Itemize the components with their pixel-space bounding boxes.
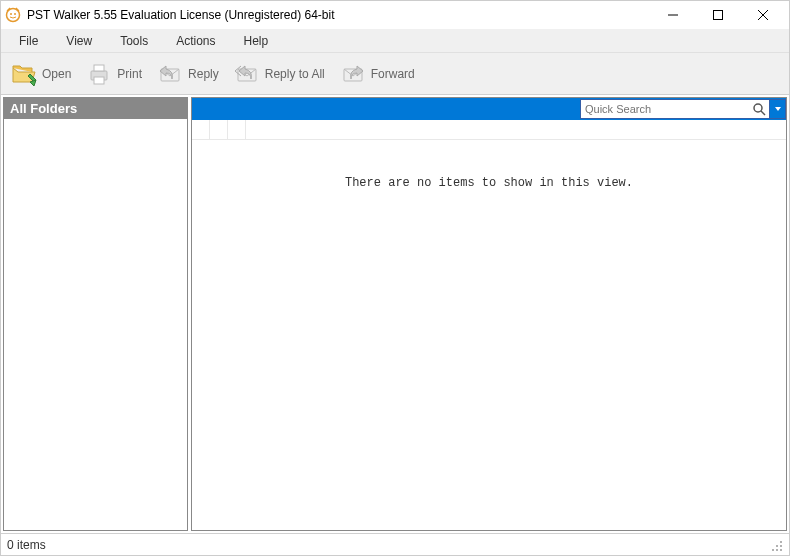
print-button[interactable]: Print xyxy=(82,56,151,92)
statusbar: 0 items xyxy=(1,533,789,555)
content-area: All Folders There are no item xyxy=(1,95,789,533)
app-icon xyxy=(5,7,21,23)
printer-icon xyxy=(85,60,113,88)
list-header-bar xyxy=(192,98,786,120)
svg-point-17 xyxy=(780,545,782,547)
open-button[interactable]: Open xyxy=(7,56,80,92)
status-text: 0 items xyxy=(7,538,46,552)
reply-label: Reply xyxy=(188,67,219,81)
reply-all-button[interactable]: Reply to All xyxy=(230,56,334,92)
reply-all-label: Reply to All xyxy=(265,67,325,81)
forward-icon xyxy=(339,60,367,88)
resize-grip-icon[interactable] xyxy=(769,538,783,552)
titlebar: PST Walker 5.55 Evaluation License (Unre… xyxy=(1,1,789,29)
column-headers[interactable] xyxy=(192,120,786,140)
app-window: PST Walker 5.55 Evaluation License (Unre… xyxy=(0,0,790,556)
folders-header: All Folders xyxy=(4,98,187,119)
forward-button[interactable]: Forward xyxy=(336,56,424,92)
column-divider[interactable] xyxy=(210,120,228,139)
window-controls xyxy=(650,1,785,29)
window-title: PST Walker 5.55 Evaluation License (Unre… xyxy=(27,8,650,22)
search-dropdown-button[interactable] xyxy=(770,99,786,119)
minimize-button[interactable] xyxy=(650,1,695,29)
svg-point-2 xyxy=(14,13,16,15)
empty-message: There are no items to show in this view. xyxy=(192,176,786,190)
folders-panel: All Folders xyxy=(3,97,188,531)
column-divider[interactable] xyxy=(192,120,210,139)
print-label: Print xyxy=(117,67,142,81)
search-icon[interactable] xyxy=(749,100,769,118)
svg-line-14 xyxy=(761,111,765,115)
search-input[interactable] xyxy=(581,101,749,117)
maximize-button[interactable] xyxy=(695,1,740,29)
svg-rect-4 xyxy=(713,11,722,20)
reply-button[interactable]: Reply xyxy=(153,56,228,92)
menu-tools[interactable]: Tools xyxy=(106,31,162,51)
menu-actions[interactable]: Actions xyxy=(162,31,229,51)
svg-point-0 xyxy=(7,9,20,22)
svg-point-19 xyxy=(776,549,778,551)
close-button[interactable] xyxy=(740,1,785,29)
svg-point-20 xyxy=(780,549,782,551)
forward-label: Forward xyxy=(371,67,415,81)
svg-point-13 xyxy=(754,104,762,112)
toolbar: Open Print Reply xyxy=(1,53,789,95)
folder-tree[interactable] xyxy=(4,119,187,530)
menu-help[interactable]: Help xyxy=(230,31,283,51)
column-divider[interactable] xyxy=(228,120,246,139)
reply-all-icon xyxy=(233,60,261,88)
search-box xyxy=(580,99,770,119)
svg-point-1 xyxy=(10,13,12,15)
items-panel: There are no items to show in this view. xyxy=(191,97,787,531)
open-label: Open xyxy=(42,67,71,81)
svg-point-16 xyxy=(776,545,778,547)
svg-rect-8 xyxy=(94,65,104,71)
svg-point-18 xyxy=(772,549,774,551)
reply-icon xyxy=(156,60,184,88)
svg-rect-9 xyxy=(94,77,104,84)
menu-file[interactable]: File xyxy=(5,31,52,51)
svg-point-15 xyxy=(780,541,782,543)
menu-view[interactable]: View xyxy=(52,31,106,51)
menubar: File View Tools Actions Help xyxy=(1,29,789,53)
open-folder-icon xyxy=(10,60,38,88)
